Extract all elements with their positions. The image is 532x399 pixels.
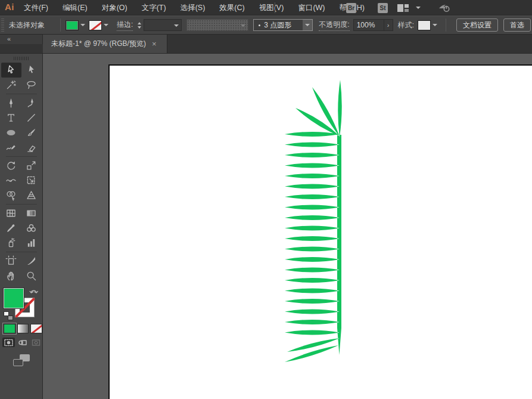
rotate-tool-icon	[5, 159, 17, 172]
lasso-tool[interactable]	[21, 78, 42, 92]
pen-tool[interactable]	[1, 95, 21, 110]
style-swatch[interactable]	[418, 20, 431, 30]
artboard[interactable]	[108, 64, 532, 399]
eraser-tool-icon	[25, 141, 38, 154]
type-tool[interactable]	[1, 110, 21, 125]
chevron-down-icon[interactable]	[416, 7, 421, 9]
direct-selection-tool[interactable]	[21, 63, 42, 78]
menu-item-0[interactable]: 文件(F)	[24, 3, 48, 13]
close-icon[interactable]: ×	[152, 39, 157, 48]
selection-tool[interactable]	[1, 63, 21, 78]
magic-wand-tool[interactable]	[1, 78, 21, 92]
zoom-tool-icon	[25, 270, 38, 282]
gradient-button[interactable]	[17, 324, 29, 333]
menu-item-4[interactable]: 选择(S)	[181, 3, 206, 13]
document-setup-button[interactable]: 文档设置	[456, 18, 498, 32]
menu-item-3[interactable]: 文字(T)	[142, 3, 166, 13]
curvature-tool-icon	[25, 97, 38, 109]
screen-mode-button[interactable]	[13, 354, 30, 366]
preferences-button[interactable]: 首选	[503, 18, 531, 32]
sync-power-icon[interactable]	[437, 2, 450, 13]
workspace-switcher-icon[interactable]	[397, 4, 409, 12]
collapse-panel-icon[interactable]: «	[7, 35, 11, 42]
mesh-tool-icon	[5, 207, 17, 219]
menu-item-1[interactable]: 编辑(E)	[63, 3, 88, 13]
eyedropper-tool-icon	[5, 222, 17, 234]
panel-grip[interactable]	[1, 18, 4, 32]
artboard-tool[interactable]	[1, 253, 21, 268]
type-tool-icon	[5, 112, 17, 124]
menu-list: 文件(F)编辑(E)对象(O)文字(T)选择(S)效果(C)视图(V)窗口(W)…	[24, 0, 365, 16]
stroke-weight-select[interactable]	[144, 19, 182, 31]
curvature-tool[interactable]	[21, 95, 42, 110]
menu-item-7[interactable]: 窗口(W)	[298, 3, 325, 13]
opacity-expand-button[interactable]: ›	[384, 19, 393, 31]
app-logo[interactable]: Ai	[5, 2, 14, 12]
panel-collapse-strip[interactable]: «	[0, 35, 43, 44]
stroke-weight-stepper[interactable]	[138, 22, 141, 29]
rotate-tool[interactable]	[1, 158, 21, 173]
chevron-down-icon[interactable]	[80, 24, 85, 26]
variable-width-profile-select	[186, 19, 248, 31]
menu-item-5[interactable]: 效果(C)	[219, 3, 244, 13]
panel-drag-handle[interactable]	[14, 57, 29, 60]
column-graph-tool[interactable]	[21, 236, 42, 250]
color-mode-buttons	[4, 324, 42, 333]
none-button[interactable]	[30, 324, 42, 333]
tool-group-divider	[6, 156, 37, 157]
gradient-tool[interactable]	[21, 206, 42, 221]
free-transform-tool[interactable]	[21, 173, 42, 188]
opacity-label[interactable]: 不透明度:	[319, 20, 349, 31]
pencil-tool[interactable]	[1, 140, 21, 155]
draw-behind-button[interactable]	[16, 338, 29, 347]
eyedropper-tool[interactable]	[1, 221, 21, 236]
ellipse-tool[interactable]	[1, 125, 21, 140]
symbol-sprayer-tool[interactable]	[1, 236, 21, 250]
default-fill-stroke-icon[interactable]	[4, 311, 13, 320]
stroke-color-swatch[interactable]	[89, 20, 102, 30]
opacity-input[interactable]: 100%	[353, 19, 384, 31]
document-tab[interactable]: 未标题-1* @ 97% (RGB/预览) ×	[43, 35, 167, 53]
magic-wand-tool-icon	[5, 79, 17, 91]
shape-builder-tool[interactable]	[1, 188, 21, 203]
scale-tool[interactable]	[21, 158, 42, 173]
slice-tool-icon	[25, 255, 38, 267]
chevron-down-icon[interactable]	[303, 20, 312, 30]
line-segment-tool[interactable]	[21, 110, 42, 125]
line-segment-tool-icon	[25, 112, 38, 124]
canvas-area[interactable]	[43, 54, 532, 399]
fill-swatch-large[interactable]	[4, 288, 24, 308]
gradient-tool-icon	[25, 207, 38, 219]
menu-item-6[interactable]: 视图(V)	[259, 3, 284, 13]
chevron-down-icon[interactable]	[104, 24, 108, 26]
zoom-tool[interactable]	[21, 268, 42, 283]
width-tool-icon	[5, 174, 17, 187]
brush-definition-select[interactable]: 3 点圆形	[253, 19, 313, 31]
stroke-weight-label[interactable]: 描边:	[117, 20, 133, 31]
hand-tool[interactable]	[1, 268, 21, 283]
bridge-button[interactable]: Br	[346, 3, 356, 13]
menu-item-2[interactable]: 对象(O)	[102, 3, 127, 13]
pen-tool-icon	[5, 97, 17, 109]
draw-mode-buttons	[2, 338, 42, 347]
chevron-down-icon[interactable]	[433, 24, 437, 26]
stock-button[interactable]: St	[378, 3, 388, 13]
slice-tool[interactable]	[21, 253, 42, 268]
hand-tool-icon	[5, 270, 17, 282]
blend-tool[interactable]	[21, 221, 42, 236]
tools-panel	[0, 54, 43, 399]
eraser-tool[interactable]	[21, 140, 42, 155]
color-button[interactable]	[4, 324, 15, 333]
paintbrush-tool[interactable]	[21, 125, 42, 140]
shape-builder-tool-icon	[5, 189, 17, 202]
menubar-right-cluster: Br St	[346, 0, 450, 16]
draw-normal-button[interactable]	[2, 338, 15, 347]
swap-fill-stroke-icon[interactable]	[29, 287, 39, 296]
fill-color-swatch[interactable]	[66, 20, 79, 30]
illustrator-window: Ai 文件(F)编辑(E)对象(O)文字(T)选择(S)效果(C)视图(V)窗口…	[0, 0, 532, 399]
mesh-tool[interactable]	[1, 206, 21, 221]
free-transform-tool-icon	[25, 174, 38, 187]
document-tab-title: 未标题-1* @ 97% (RGB/预览)	[51, 39, 146, 49]
width-tool[interactable]	[1, 173, 21, 188]
perspective-grid-tool[interactable]	[21, 188, 42, 203]
